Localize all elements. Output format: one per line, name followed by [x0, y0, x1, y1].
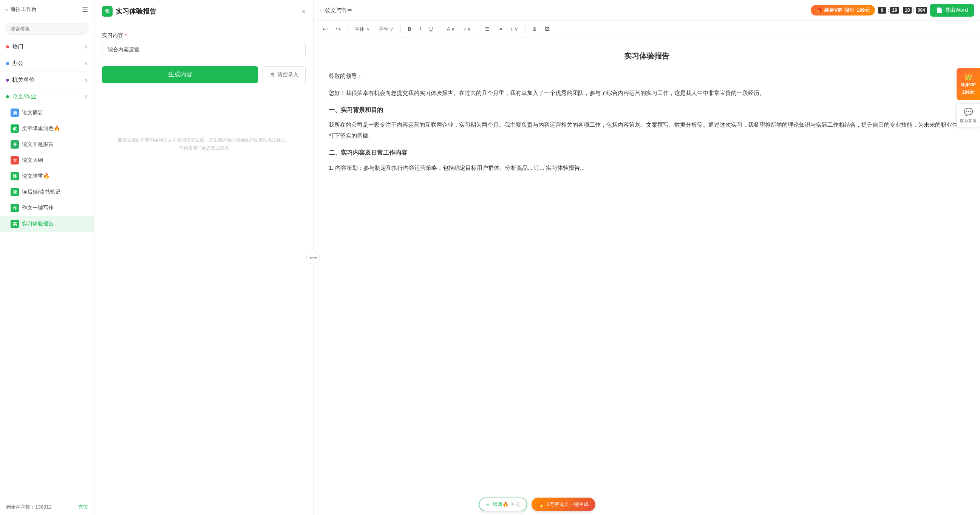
internship-content-input[interactable] — [102, 43, 305, 57]
sidebar-item-reduce[interactable]: 降 论文降重🔥 — [0, 168, 94, 184]
office-section-header[interactable]: 办公 ∨ — [0, 55, 94, 72]
gov-section: 机关单位 ∨ — [0, 72, 94, 88]
sidebar-item-reading[interactable]: 读 读后感/读书笔记 — [0, 184, 94, 200]
thesis-section: 论文/作业 ∨ 摘 论文摘要 改 文章降重润色🔥 开 论文开题报告 大 论文大纲 — [0, 88, 94, 232]
internship-icon: 实 — [11, 220, 19, 228]
modal-close-button[interactable]: × — [301, 8, 305, 15]
hot-section-left: 热门 — [6, 43, 24, 50]
rewrite-label: 文章降重润色🔥 — [22, 125, 60, 132]
modal-title: 实 实习体验报告 — [102, 6, 156, 17]
timer-ms: 084 — [916, 7, 927, 14]
thesis-label: 论文/作业 — [12, 93, 36, 100]
sidebar: ‹ 前往工作台 ☰ 热门 ∨ 办公 ∨ — [0, 0, 94, 515]
back-icon: ‹ — [6, 6, 8, 13]
menu-icon[interactable]: ☰ — [82, 5, 88, 14]
export-word-button[interactable]: 📄 导出Word — [930, 4, 974, 17]
bold-button[interactable]: B — [405, 25, 414, 33]
toolbar-divider-5 — [525, 26, 525, 32]
office-section-left: 办公 — [6, 60, 24, 67]
office-section: 办公 ∨ — [0, 55, 94, 72]
search-input[interactable] — [5, 23, 89, 35]
doc-edit-toolbar: ↩ ↪ 字体 ∨ 字号 ∨ B I U A ∨ ≡ ∨ ☰ ⇥ ↕ ∨ ⊞ 🖼 — [313, 21, 980, 37]
doc-section1-title: 一、实习背景和目的 — [329, 104, 965, 116]
thesis-section-header[interactable]: 论文/作业 ∨ — [0, 88, 94, 105]
charge-button[interactable]: 充值 — [78, 504, 88, 510]
export-label: 导出Word — [945, 7, 968, 14]
thesis-one-click-button[interactable]: 🔥 2万字论文一键生成 — [531, 497, 595, 511]
reduce-label: 论文降重🔥 — [22, 173, 49, 180]
expand-toggle-button[interactable]: ⟺ — [306, 251, 320, 264]
main-content: 实 实习体验报告 × 实习内容 * 生成内容 🗑 清空录入 服务生成的所有内容均… — [94, 0, 980, 515]
back-label: 前往工作台 — [10, 6, 37, 13]
sidebar-nav: 热门 ∨ 办公 ∨ 机关单位 ∨ — [0, 38, 94, 499]
vip-float-button[interactable]: 👑 终身VIP 199元 — [956, 68, 980, 100]
gov-dot — [6, 79, 9, 82]
internship-label: 实习体验报告 — [22, 220, 54, 227]
rewrite-icon: 改 — [11, 124, 19, 133]
redo-button[interactable]: ↪ — [333, 24, 344, 34]
continue-write-icon: ✏ — [486, 502, 490, 507]
back-to-workspace-button[interactable]: ‹ 前往工作台 — [6, 6, 37, 13]
doc-content-title: 实习体验报告 — [329, 49, 965, 63]
italic-button[interactable]: I — [417, 25, 424, 33]
table-button[interactable]: ⊞ — [529, 25, 539, 33]
modal-panel: 实 实习体验报告 × 实习内容 * 生成内容 🗑 清空录入 服务生成的所有内容均… — [94, 0, 313, 515]
hot-chevron: ∨ — [84, 44, 88, 49]
contact-float-button[interactable]: 💬 联系客服 — [956, 103, 980, 128]
search-section — [0, 19, 94, 38]
thesis-chevron: ∨ — [84, 94, 88, 99]
modal-disclaimer: 服务生成的所有内容均由人工智能模型生成，其生成内容的准确性和完整性无法保证， 不… — [102, 136, 305, 152]
required-mark: * — [125, 32, 127, 38]
doc-content: 实习体验报告 尊敬的领导： 您好！我很荣幸有机会向您提交我的实习体验报告。在过去… — [313, 37, 980, 515]
hot-section: 热门 ∨ — [0, 38, 94, 55]
contact-icon: 💬 — [964, 107, 973, 116]
continue-write-button[interactable]: ✏ 续写🔥 补充 — [479, 497, 527, 511]
timer-seconds: 18 — [903, 7, 912, 14]
undo-button[interactable]: ↩ — [320, 24, 331, 34]
toolbar-divider-2 — [401, 26, 401, 32]
continue-write-sub: 补充 — [511, 501, 520, 508]
sidebar-item-rewrite[interactable]: 改 文章降重润色🔥 — [0, 121, 94, 137]
doc-nav-back-button[interactable]: ‹ — [320, 6, 322, 14]
hot-section-header[interactable]: 热门 ∨ — [0, 38, 94, 55]
sidebar-item-internship[interactable]: 实 实习体验报告 — [0, 216, 94, 232]
sidebar-item-abstract[interactable]: 摘 论文摘要 — [0, 105, 94, 121]
generate-content-button[interactable]: 生成内容 — [102, 66, 258, 83]
hot-label: 热门 — [12, 43, 24, 50]
fontsize-button[interactable]: 字号 ∨ — [375, 24, 397, 34]
font-button[interactable]: 字体 ∨ — [352, 24, 373, 34]
vip-badge[interactable]: 🎁 终身VIP 限时 199元 — [811, 5, 875, 16]
essay-icon: 作 — [11, 204, 19, 212]
timer-minutes: 29 — [890, 7, 899, 14]
image-button[interactable]: 🖼 — [542, 25, 553, 33]
doc-title: 公文与作✏ — [325, 7, 353, 14]
vip-gift-icon: 🎁 — [816, 8, 822, 13]
doc-salutation: 尊敬的领导： — [329, 71, 965, 82]
proposal-icon: 开 — [11, 140, 19, 148]
underline-button[interactable]: U — [426, 25, 436, 33]
modal-header: 实 实习体验报告 × — [94, 0, 313, 23]
office-dot — [6, 62, 9, 65]
clear-input-button[interactable]: 🗑 清空录入 — [262, 66, 305, 83]
outline-label: 论文大纲 — [22, 157, 43, 164]
doc-panel: ‹ 公文与作✏ 🎁 终身VIP 限时 199元 9 : 29 : 18 : 08 — [313, 0, 980, 515]
doc-vip-banner: 🎁 终身VIP 限时 199元 9 : 29 : 18 : 084 📄 导出Wo… — [811, 4, 974, 17]
reading-label: 读后感/读书笔记 — [22, 189, 60, 196]
countdown-timer: 9 : 29 : 18 : 084 — [878, 7, 927, 14]
gov-section-left: 机关单位 — [6, 77, 35, 84]
form-label-text: 实习内容 — [102, 32, 123, 39]
gov-section-header[interactable]: 机关单位 ∨ — [0, 72, 94, 88]
align-button[interactable]: ≡ ∨ — [460, 25, 474, 33]
list-button[interactable]: ☰ — [482, 25, 493, 33]
color-button[interactable]: A ∨ — [444, 25, 458, 33]
thesis-section-left: 论文/作业 — [6, 93, 36, 100]
doc-section2-content: 1. 内容策划：参与制定和执行内容运营策略，包括确定目标用户群体、分析竞品...… — [329, 163, 965, 174]
sidebar-item-outline[interactable]: 大 论文大纲 — [0, 152, 94, 168]
lineheight-button[interactable]: ↕ ∨ — [508, 25, 521, 33]
sidebar-item-proposal[interactable]: 开 论文开题报告 — [0, 137, 94, 152]
thesis-one-click-label: 2万字论文一键生成 — [547, 501, 589, 508]
doc-toolbar-top: ‹ 公文与作✏ 🎁 终身VIP 限时 199元 9 : 29 : 18 : 08 — [313, 0, 980, 21]
right-float-buttons: 👑 终身VIP 199元 💬 联系客服 — [956, 68, 980, 128]
indent-button[interactable]: ⇥ — [495, 25, 505, 33]
sidebar-item-essay[interactable]: 作 作文一键写作 — [0, 200, 94, 216]
